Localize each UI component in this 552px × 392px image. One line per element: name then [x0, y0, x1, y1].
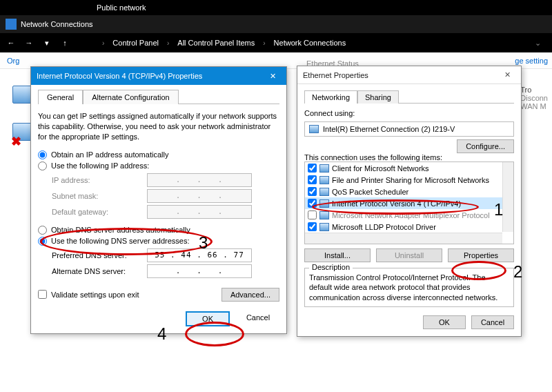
validate-label: Validate settings upon exit: [51, 291, 139, 299]
configure-button[interactable]: Configure...: [457, 139, 514, 153]
crumb-all-items[interactable]: All Control Panel Items: [177, 39, 255, 47]
info-text: You can get IP settings assigned automat…: [38, 111, 279, 142]
checkbox[interactable]: [308, 175, 317, 184]
tab-sharing[interactable]: Sharing: [357, 90, 399, 104]
change-settings-link[interactable]: ge setting: [511, 57, 552, 65]
cancel-button[interactable]: Cancel: [237, 311, 279, 326]
list-item-label: Client for Microsoft Networks: [332, 164, 429, 173]
recent-dropdown[interactable]: ▾: [41, 37, 52, 48]
list-item-label: Internet Protocol Version 4 (TCP/IPv4): [332, 199, 461, 208]
protocol-icon: [319, 211, 329, 219]
pref-dns-input[interactable]: 55 . 44 . 66 . 77: [147, 248, 252, 262]
list-item-label: Microsoft LLDP Protocol Driver: [332, 223, 436, 231]
ipv4-tabs: General Alternate Configuration: [38, 89, 279, 104]
up-button[interactable]: ↑: [59, 37, 70, 48]
ok-button[interactable]: OK: [423, 315, 466, 329]
advanced-button[interactable]: Advanced...: [221, 288, 279, 302]
checkbox[interactable]: [308, 199, 317, 208]
radio-obtain-dns[interactable]: Obtain DNS server address automatically: [38, 226, 279, 235]
close-button[interactable]: ✕: [264, 69, 281, 83]
list-item-label: File and Printer Sharing for Microsoft N…: [332, 176, 489, 184]
list-item: File and Printer Sharing for Microsoft N…: [305, 174, 513, 186]
radio-use-ip[interactable]: Use the following IP address:: [38, 161, 279, 170]
cancel-button[interactable]: Cancel: [471, 315, 514, 329]
subnet-label: Subnet mask:: [52, 192, 141, 200]
description-label: Description: [309, 263, 353, 271]
back-button[interactable]: ←: [6, 37, 17, 48]
pref-dns-label: Preferred DNS server:: [52, 251, 141, 259]
radio-label: Obtain DNS server address automatically: [51, 226, 190, 234]
tab-networking[interactable]: Networking: [304, 90, 357, 104]
ipv4-titlebar[interactable]: Internet Protocol Version 4 (TCP/IPv4) P…: [31, 67, 286, 85]
adapter-status: Disconn: [520, 94, 548, 102]
explorer-title: Network Connections: [21, 20, 93, 28]
protocol-icon: [319, 199, 329, 208]
radio-input[interactable]: [38, 161, 47, 170]
close-button[interactable]: ✕: [499, 68, 515, 82]
network-type-label: Public network: [0, 0, 552, 15]
list-item: Microsoft Network Adapter Multiplexor Pr…: [305, 209, 513, 221]
protocol-icon: [319, 176, 329, 184]
radio-label: Obtain an IP address automatically: [51, 150, 168, 159]
breadcrumb: › Control Panel › All Control Panel Item…: [84, 38, 346, 48]
tab-alternate[interactable]: Alternate Configuration: [83, 90, 179, 104]
description-box: Description Transmission Control Protoco…: [304, 268, 514, 307]
gateway-input: . . .: [147, 205, 252, 219]
description-text: Transmission Control Protocol/Internet P…: [309, 273, 509, 302]
ipv4-properties-dialog: Internet Protocol Version 4 (TCP/IPv4) P…: [30, 66, 287, 334]
ethprop-title: Ethernet Properties: [303, 71, 499, 79]
properties-button[interactable]: Properties: [448, 248, 514, 262]
network-connections-icon: [6, 19, 17, 30]
control-panel-icon: [84, 38, 94, 48]
organize-menu[interactable]: Org: [0, 57, 26, 65]
nav-row: ← → ▾ ↑ › Control Panel › All Control Pa…: [0, 33, 552, 52]
hscrollbar[interactable]: [305, 233, 502, 244]
list-item: Microsoft LLDP Protocol Driver: [305, 221, 513, 233]
crumb-network-connections[interactable]: Network Connections: [274, 39, 346, 47]
ok-button[interactable]: OK: [186, 311, 230, 326]
checkbox[interactable]: [308, 187, 317, 196]
ip-address-input: . . .: [147, 173, 252, 187]
forward-button[interactable]: →: [23, 37, 34, 48]
chevron-right-icon: ›: [263, 39, 265, 47]
list-item: Client for Microsoft Networks: [305, 162, 513, 174]
radio-input[interactable]: [38, 237, 47, 246]
adapter-device: WAN M: [520, 102, 548, 110]
crumb-control-panel[interactable]: Control Panel: [112, 39, 159, 47]
ethprop-titlebar[interactable]: Ethernet Properties ✕: [297, 66, 521, 84]
checkbox[interactable]: [308, 164, 317, 173]
protocol-icon: [319, 223, 329, 231]
radio-obtain-ip[interactable]: Obtain an IP address automatically: [38, 150, 279, 159]
ip-address-label: IP address:: [52, 176, 141, 184]
list-item-ipv4: Internet Protocol Version 4 (TCP/IPv4): [305, 197, 513, 209]
subnet-input: . . .: [147, 189, 252, 203]
protocol-icon: [319, 164, 329, 173]
uninstall-button: Uninstall: [376, 248, 442, 262]
chevron-right-icon: ›: [102, 39, 104, 47]
validate-checkbox[interactable]: [38, 290, 47, 299]
adapter-name-text: Intel(R) Ethernet Connection (2) I219-V: [323, 125, 455, 133]
radio-use-dns[interactable]: Use the following DNS server addresses:: [38, 237, 279, 246]
protocol-icon: [319, 188, 329, 196]
install-button[interactable]: Install...: [304, 248, 371, 262]
adapter-name: Tro: [520, 86, 548, 94]
checkbox[interactable]: [308, 210, 317, 219]
checkbox[interactable]: [308, 222, 317, 231]
address-chevron-icon[interactable]: ⌄: [529, 39, 546, 48]
alt-dns-label: Alternate DNS server:: [52, 267, 141, 275]
radio-input[interactable]: [38, 150, 47, 159]
list-item-label: Microsoft Network Adapter Multiplexor Pr…: [332, 211, 490, 219]
uses-items-label: This connection uses the following items…: [304, 153, 514, 161]
adapter-box: Intel(R) Ethernet Connection (2) I219-V: [304, 121, 514, 137]
radio-input[interactable]: [38, 226, 47, 235]
vscrollbar[interactable]: [502, 162, 513, 232]
tab-general[interactable]: General: [38, 90, 83, 104]
protocol-list[interactable]: Client for Microsoft Networks File and P…: [304, 161, 514, 244]
ethernet-properties-dialog: Ethernet Properties ✕ Networking Sharing…: [297, 66, 522, 337]
radio-label: Use the following IP address:: [51, 161, 149, 170]
disconnected-x-icon: ✖: [11, 134, 21, 149]
radio-label: Use the following DNS server addresses:: [51, 237, 190, 245]
list-item: QoS Packet Scheduler: [305, 186, 513, 197]
connect-using-label: Connect using:: [304, 109, 514, 117]
alt-dns-input[interactable]: . . .: [147, 264, 252, 278]
